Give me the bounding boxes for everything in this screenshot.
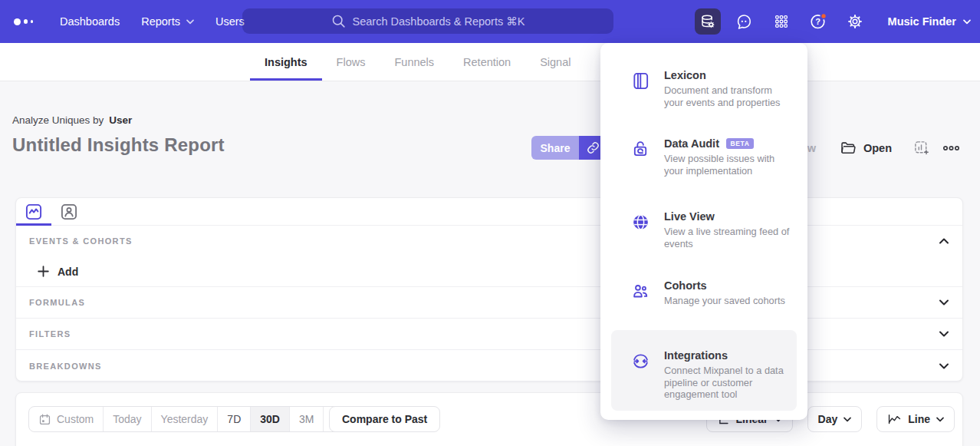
messages-icon[interactable]	[732, 8, 758, 35]
breakdowns-label: BREAKDOWNS	[29, 362, 102, 371]
menu-item-integrations[interactable]: Integrations Connect Mixpanel to a data …	[631, 349, 794, 401]
chart-toolbar: Custom Today Yesterday 7D 30D 3M 6M 12M …	[15, 392, 963, 446]
line-chart-icon	[887, 413, 902, 426]
settings-icon[interactable]	[842, 8, 868, 35]
top-nav: Dashboards Reports Users Search Dashboar…	[0, 0, 980, 43]
chevron-down-icon[interactable]	[939, 330, 949, 338]
nav-right: ? Music Finder	[695, 0, 971, 43]
menu-item-text: Lexicon Document and transform your even…	[664, 68, 794, 108]
page-title[interactable]: Untitled Insights Report	[12, 134, 225, 156]
share-label: Share	[541, 142, 571, 154]
open-label: Open	[863, 142, 892, 154]
menu-item-data-audit[interactable]: Data Audit BETA View possible issues wit…	[631, 137, 794, 177]
filters-label: FILTERS	[29, 329, 71, 339]
chart-type-dropdown[interactable]: Line	[876, 406, 955, 432]
plus-icon	[38, 266, 49, 277]
analyze-line: Analyze Uniques byUser	[12, 114, 132, 126]
nav-link-reports[interactable]: Reports	[141, 15, 194, 28]
chevron-down-icon	[936, 417, 944, 422]
section-breakdowns[interactable]: BREAKDOWNS	[16, 350, 962, 382]
query-panel-tabs	[16, 198, 962, 226]
data-audit-icon	[631, 140, 651, 177]
section-formulas[interactable]: FORMULAS	[16, 287, 962, 319]
add-event-button[interactable]: Add	[16, 256, 962, 287]
help-icon[interactable]: ?	[805, 8, 831, 35]
tab-insights[interactable]: Insights	[265, 43, 307, 81]
notification-dot	[821, 13, 826, 18]
share-group: Share	[531, 136, 607, 160]
tab-funnels[interactable]: Funnels	[394, 43, 434, 81]
date-option-30d[interactable]: 30D	[251, 407, 290, 431]
link-icon	[586, 140, 600, 155]
tab-retention[interactable]: Retention	[463, 43, 511, 81]
profiles-tab-icon[interactable]	[60, 203, 78, 221]
compare-to-past-button[interactable]: Compare to Past	[329, 406, 440, 432]
menu-item-description: View a live streaming feed of events	[664, 226, 794, 249]
chevron-down-icon	[963, 19, 971, 25]
open-button[interactable]: Open	[840, 140, 892, 157]
calendar-icon	[38, 413, 51, 426]
nav-link-users[interactable]: Users	[215, 15, 245, 28]
events-cohorts-label: EVENTS & COHORTS	[29, 236, 133, 246]
mixpanel-logo-icon[interactable]	[14, 18, 46, 25]
section-filters[interactable]: FILTERS	[16, 319, 962, 350]
svg-text:?: ?	[815, 17, 821, 26]
menu-item-title: Integrations	[664, 349, 728, 362]
search-placeholder: Search Dashboards & Reports ⌘K	[353, 15, 525, 28]
date-option-today[interactable]: Today	[104, 407, 151, 431]
interval-dropdown[interactable]: Day	[807, 406, 863, 432]
query-panel: EVENTS & COHORTS Add FORMULAS FILTERS BR…	[15, 197, 963, 382]
tab-signal[interactable]: Signal	[540, 43, 571, 81]
chevron-down-icon[interactable]	[939, 362, 949, 370]
report-tabbar: Insights Flows Funnels Retention Signal …	[0, 43, 980, 81]
more-options-icon[interactable]	[942, 145, 960, 151]
chevron-down-icon	[844, 417, 851, 422]
nav-link-label: Users	[215, 15, 245, 28]
menu-item-title: Lexicon	[664, 68, 706, 82]
header-actions: New Open	[793, 136, 960, 160]
share-button[interactable]: Share	[531, 136, 579, 160]
nav-link-dashboards[interactable]: Dashboards	[60, 15, 120, 28]
date-option-7d[interactable]: 7D	[218, 407, 251, 431]
chevron-up-icon[interactable]	[939, 237, 949, 245]
menu-item-text: Integrations Connect Mixpanel to a data …	[664, 349, 794, 401]
search-input[interactable]: Search Dashboards & Reports ⌘K	[242, 8, 613, 34]
menu-item-text: Cohorts Manage your saved cohorts	[664, 279, 785, 307]
chart-type-label: Line	[908, 413, 930, 425]
live-view-icon	[631, 213, 651, 249]
integrations-icon	[631, 352, 651, 401]
apps-grid-icon[interactable]	[768, 8, 794, 35]
apps-dropdown-menu: Lexicon Document and transform your even…	[600, 43, 807, 420]
compare-label: Compare to Past	[342, 413, 427, 425]
project-name: Music Finder	[888, 15, 956, 28]
chevron-down-icon[interactable]	[939, 299, 949, 306]
menu-item-title: Cohorts	[664, 279, 707, 292]
add-to-board-icon[interactable]	[913, 140, 929, 156]
menu-item-text: Live View View a live streaming feed of …	[664, 210, 794, 249]
menu-item-description: Connect Mixpanel to a data pipeline or c…	[664, 365, 794, 401]
analyze-prefix: Analyze Uniques by	[12, 114, 104, 126]
project-switcher[interactable]: Music Finder	[888, 15, 971, 28]
interval-label: Day	[818, 413, 838, 425]
date-option-yesterday[interactable]: Yesterday	[152, 407, 219, 431]
menu-item-description: Document and transform your events and p…	[664, 84, 794, 108]
data-management-icon[interactable]	[695, 8, 721, 35]
chevron-down-icon	[186, 19, 194, 25]
cohorts-icon	[631, 282, 651, 307]
date-option-label: Custom	[57, 413, 94, 425]
beta-badge: BETA	[726, 138, 754, 149]
date-option-3m[interactable]: 3M	[290, 407, 324, 431]
analyze-entity[interactable]: User	[109, 114, 132, 126]
tab-flows[interactable]: Flows	[337, 43, 366, 81]
section-events-cohorts[interactable]: EVENTS & COHORTS	[16, 226, 962, 256]
menu-item-cohorts[interactable]: Cohorts Manage your saved cohorts	[631, 279, 794, 307]
date-option-custom[interactable]: Custom	[29, 407, 104, 431]
menu-item-live-view[interactable]: Live View View a live streaming feed of …	[631, 210, 794, 249]
nav-link-label: Dashboards	[60, 15, 120, 28]
search-icon	[331, 14, 346, 28]
insights-chart-tab-icon[interactable]	[25, 203, 43, 221]
lexicon-icon	[631, 71, 651, 108]
nav-link-label: Reports	[141, 15, 180, 28]
nav-links: Dashboards Reports Users	[60, 15, 245, 28]
menu-item-lexicon[interactable]: Lexicon Document and transform your even…	[631, 68, 794, 108]
